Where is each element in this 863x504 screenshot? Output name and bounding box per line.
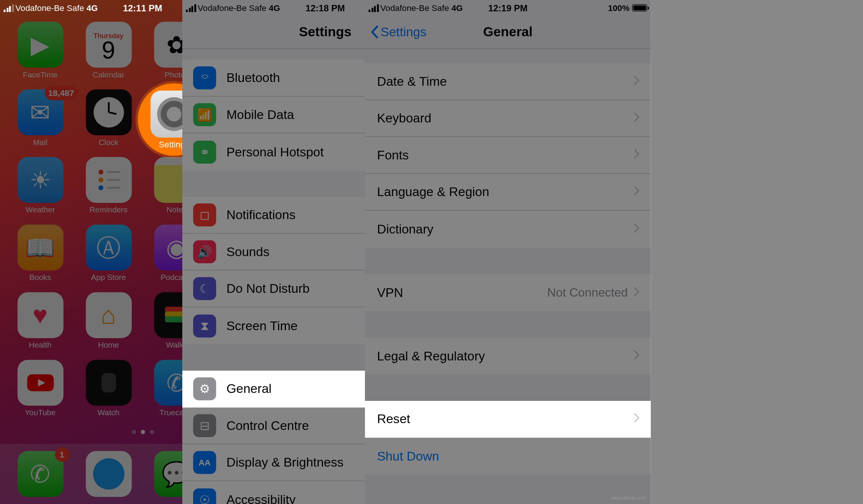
page-title: General — [483, 24, 532, 40]
mail-icon: ✉18,487 — [17, 90, 63, 135]
chevron-right-icon — [634, 76, 640, 88]
health-icon: ♥ — [17, 292, 63, 338]
status-carrier: Vodafone-Be Safe — [16, 3, 84, 13]
svg-point-17 — [93, 458, 124, 490]
books-icon: 📖 — [17, 224, 63, 270]
sounds-icon: 🔊 — [193, 240, 216, 263]
screenshot-general: Vodafone-Be Safe 4G 12:19 PM 100% Settin… — [365, 0, 651, 504]
app-clock[interactable]: Clock — [82, 90, 135, 157]
control-centre-icon: ⊟ — [193, 414, 216, 437]
row-fonts[interactable]: Fonts — [365, 137, 651, 174]
phone-icon: ✆1 — [17, 451, 63, 497]
notifications-icon: ◻ — [193, 204, 216, 227]
row-dictionary[interactable]: Dictionary — [365, 211, 651, 247]
row-legal-regulatory[interactable]: Legal & Regulatory — [365, 337, 651, 374]
watermark: www.daiciq.com — [611, 495, 646, 500]
hotspot-icon: ⚭ — [193, 141, 216, 164]
row-keyboard[interactable]: Keyboard — [365, 100, 651, 137]
status-bar: Vodafone-Be Safe 4G 12:19 PM 100% — [365, 0, 651, 16]
svg-point-4 — [98, 178, 103, 182]
badge-mail: 18,487 — [45, 86, 78, 100]
app-youtube[interactable]: YouTube — [14, 360, 67, 427]
youtube-icon — [17, 360, 63, 405]
general-icon: ⚙ — [193, 377, 216, 400]
svg-rect-14 — [101, 373, 116, 393]
appstore-icon: Ⓐ — [85, 224, 131, 270]
app-reminders[interactable]: Reminders — [82, 157, 135, 224]
svg-point-3 — [98, 170, 103, 175]
chevron-right-icon — [634, 350, 640, 362]
status-time: 12:11 PM — [123, 3, 162, 13]
app-mail[interactable]: ✉18,487Mail — [14, 90, 67, 157]
badge-phone: 1 — [55, 447, 69, 462]
chevron-right-icon — [634, 186, 640, 198]
row-reset[interactable]: Reset — [365, 401, 651, 438]
chevron-right-icon — [634, 112, 640, 124]
dock-phone[interactable]: ✆1 — [14, 451, 67, 497]
nav-bar: Settings General — [365, 16, 651, 49]
signal-icon — [4, 4, 14, 12]
status-network: 4G — [87, 3, 98, 13]
row-vpn[interactable]: VPNNot Connected — [365, 274, 651, 311]
row-date-time[interactable]: Date & Time — [365, 63, 651, 100]
calendar-icon: Thursday9 — [85, 22, 131, 68]
screen-time-icon: ⧗ — [193, 314, 216, 337]
app-calendar[interactable]: Thursday9Calendar — [82, 22, 135, 90]
chevron-right-icon — [634, 149, 640, 161]
app-appstore[interactable]: ⒶApp Store — [82, 224, 135, 292]
app-facetime[interactable]: ▶FaceTime — [14, 22, 67, 90]
page-title: Settings — [299, 24, 352, 40]
weather-icon: ☀ — [17, 157, 63, 203]
app-books[interactable]: 📖Books — [14, 224, 67, 292]
facetime-icon: ▶ — [17, 22, 63, 68]
dock-safari[interactable] — [82, 451, 135, 497]
battery-icon — [632, 4, 647, 11]
back-button[interactable]: Settings — [370, 25, 427, 39]
display-icon: AA — [193, 451, 216, 474]
mobile-data-icon: 📶 — [193, 103, 216, 126]
reminders-icon — [85, 157, 131, 203]
chevron-right-icon — [634, 223, 640, 235]
app-health[interactable]: ♥Health — [14, 292, 67, 360]
home-icon: ⌂ — [85, 292, 131, 338]
chevron-right-icon — [634, 286, 640, 298]
clock-icon — [85, 90, 131, 135]
svg-point-5 — [98, 186, 103, 190]
safari-icon — [85, 451, 131, 497]
app-watch[interactable]: Watch — [82, 360, 135, 427]
signal-icon — [369, 4, 379, 12]
accessibility-icon: ☉ — [193, 488, 216, 504]
app-home[interactable]: ⌂Home — [82, 292, 135, 360]
app-weather[interactable]: ☀Weather — [14, 157, 67, 224]
bluetooth-icon: ⌔ — [193, 66, 216, 90]
row-language-region[interactable]: Language & Region — [365, 174, 651, 210]
dnd-icon: ☾ — [193, 277, 216, 300]
chevron-left-icon — [370, 25, 380, 39]
chevron-right-icon — [634, 413, 640, 425]
row-shut-down[interactable]: Shut Down — [365, 438, 651, 475]
signal-icon — [186, 4, 196, 12]
watch-icon — [85, 360, 131, 405]
